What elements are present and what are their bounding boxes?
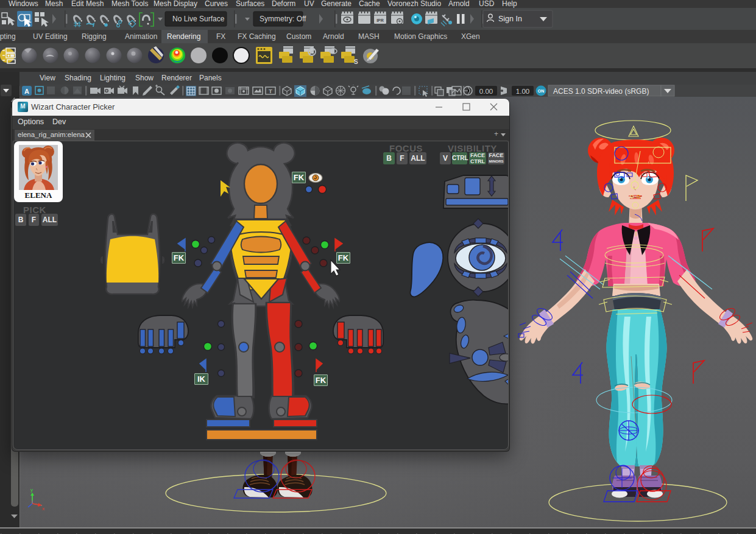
svg-text:M: M (20, 103, 25, 110)
svg-text:S: S (354, 58, 358, 65)
svg-text:A: A (24, 88, 29, 95)
svg-text:x: x (42, 506, 44, 511)
svg-text:Sign In: Sign In (498, 15, 522, 23)
svg-text:IPR: IPR (376, 18, 384, 23)
svg-text:ACES 1.0 SDR-video (sRGB): ACES 1.0 SDR-video (sRGB) (553, 87, 649, 96)
svg-text:y: y (30, 487, 33, 493)
svg-text:0.00: 0.00 (479, 88, 493, 95)
svg-text:Symmetry: Off: Symmetry: Off (260, 15, 306, 23)
svg-text:1.00: 1.00 (516, 88, 529, 95)
svg-text:ON: ON (538, 89, 545, 93)
svg-text:No Live Surface: No Live Surface (172, 15, 225, 23)
svg-text:T: T (269, 88, 272, 94)
